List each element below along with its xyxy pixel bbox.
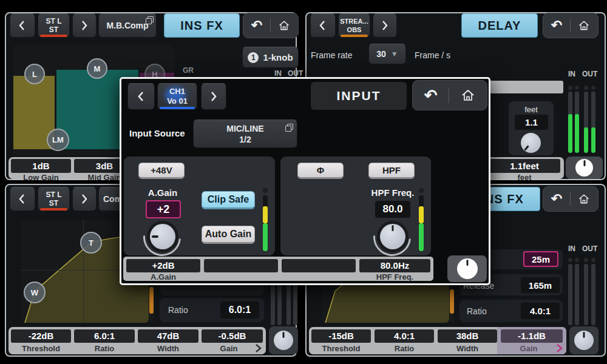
readout-value[interactable]: 4.0:1 xyxy=(375,329,434,343)
readout-value[interactable]: 1dB xyxy=(11,159,71,173)
gr-label: GR xyxy=(183,66,194,75)
rotary-knob-icon xyxy=(575,159,593,177)
readout-label: Gain xyxy=(501,344,557,353)
channel-next-button[interactable] xyxy=(72,13,97,38)
in-meter xyxy=(568,264,572,325)
channel-name2: ST xyxy=(49,199,58,207)
release-value[interactable]: 165m xyxy=(521,277,560,293)
readout-label: Threshold xyxy=(11,344,71,353)
readout-value[interactable]: -22dB xyxy=(11,329,71,343)
readout-value[interactable]: -15dB xyxy=(311,329,371,343)
dialog-title: INPUT xyxy=(311,82,407,110)
peak-dot xyxy=(584,258,588,262)
preset-name-label: M.B.Comp xyxy=(106,21,148,30)
chevron-right-icon[interactable] xyxy=(254,343,262,353)
undo-icon[interactable]: ↶ xyxy=(424,87,438,103)
chevron-down-icon: ▼ xyxy=(391,50,398,58)
knob-face xyxy=(150,224,175,249)
attack-value[interactable]: 25m xyxy=(523,251,558,267)
channel-prev-button[interactable] xyxy=(127,83,155,110)
hpf-button[interactable]: HPF xyxy=(368,163,415,179)
peak-dot xyxy=(591,258,595,262)
undo-icon[interactable]: ↶ xyxy=(251,19,262,32)
phase-button[interactable]: Φ xyxy=(297,163,344,179)
feet-param-box: feet 1.1 xyxy=(509,101,554,155)
input-source-button[interactable]: MIC/LINE 1/2 xyxy=(193,120,297,148)
hpf-freq-value[interactable]: 80.0 xyxy=(375,201,410,218)
channel-name: STREA... xyxy=(340,17,368,25)
readout-value[interactable]: 47dB xyxy=(138,329,198,343)
readout-label: Ratio xyxy=(375,344,434,353)
readout-value[interactable]: +2dB xyxy=(126,259,200,272)
channel-select-button[interactable]: STREA... OBS xyxy=(338,13,370,38)
readout-value[interactable]: -0.5dB xyxy=(202,329,263,343)
peak-dot xyxy=(419,188,424,193)
knob-button-box[interactable] xyxy=(269,326,298,354)
channel-select-button[interactable]: ST L ST xyxy=(38,13,70,38)
tab-ins-fx[interactable]: INS FX xyxy=(164,13,240,38)
knob-button-box[interactable] xyxy=(566,157,603,179)
readout-value[interactable]: 6.0:1 xyxy=(74,329,135,343)
undo-icon[interactable]: ↶ xyxy=(551,192,562,206)
in-label: IN xyxy=(274,69,282,78)
feet-knob[interactable] xyxy=(521,133,541,153)
home-icon[interactable] xyxy=(278,19,290,32)
readout-value[interactable] xyxy=(204,259,278,272)
again-knob[interactable] xyxy=(147,221,178,252)
home-icon[interactable] xyxy=(578,193,590,205)
readout-value[interactable]: 38dB xyxy=(438,329,497,343)
auto-gain-button[interactable]: Auto Gain xyxy=(202,226,255,244)
preset-name-button[interactable]: M.B.Comp xyxy=(98,13,157,38)
undo-icon[interactable]: ↶ xyxy=(551,19,562,32)
channel-select-button[interactable]: CH1 Vo 01 xyxy=(157,83,197,110)
peak-dot xyxy=(263,188,268,193)
chevron-right-icon[interactable] xyxy=(555,343,563,353)
knob-button-box[interactable] xyxy=(447,255,487,282)
rotary-knob-icon xyxy=(574,331,594,350)
ratio-row: Ratio 4.0:1 xyxy=(459,300,563,322)
channel-prev-button[interactable] xyxy=(10,13,35,38)
out-meter xyxy=(591,264,595,325)
out-label: OUT xyxy=(582,70,597,78)
channel-prev-button[interactable] xyxy=(10,187,35,211)
hpf-knob[interactable] xyxy=(377,221,409,252)
ratio-value[interactable]: 6.0:1 xyxy=(220,302,259,318)
knob-button-box[interactable] xyxy=(569,326,599,354)
again-value[interactable]: +2 xyxy=(146,200,181,218)
frame-rate-dropdown[interactable]: 30 ▼ xyxy=(368,44,406,64)
out-label: OUT xyxy=(582,244,597,253)
tab-delay[interactable]: DELAY xyxy=(461,13,538,38)
readout-value[interactable]: 1.1feet xyxy=(489,159,560,173)
readout-label: A.Gain xyxy=(126,272,200,281)
ratio-value[interactable]: 4.0:1 xyxy=(521,303,560,319)
copy-icon xyxy=(285,124,293,132)
marker-mid[interactable]: M xyxy=(87,58,107,79)
readout-strip: -15dB 4.0:1 38dB -1.1dB Threshold Ratio … xyxy=(309,327,566,354)
readout-value[interactable] xyxy=(282,259,356,272)
home-icon[interactable] xyxy=(578,19,590,32)
readout-value[interactable]: 80.0Hz xyxy=(359,259,430,272)
marker-width[interactable]: W xyxy=(24,281,46,303)
channel-next-button[interactable] xyxy=(373,13,397,38)
clip-safe-button[interactable]: Clip Safe xyxy=(202,191,255,209)
marker-threshold[interactable]: T xyxy=(80,232,102,254)
marker-low[interactable]: L xyxy=(24,64,45,84)
level-meter xyxy=(263,195,268,251)
channel-name: CH1 xyxy=(169,87,185,96)
channel-prev-button[interactable] xyxy=(310,13,336,38)
divider xyxy=(570,19,571,32)
phantom-48v-button[interactable]: +48V xyxy=(138,163,185,179)
readout-value-gain[interactable]: -1.1dB xyxy=(501,329,563,343)
feet-value[interactable]: 1.1 xyxy=(515,115,548,130)
one-knob-button[interactable]: 1 1-knob xyxy=(242,47,299,68)
channel-next-button[interactable] xyxy=(72,187,97,211)
channel-next-button[interactable] xyxy=(201,83,226,110)
readout-label: feet xyxy=(489,173,560,182)
marker-low-mid[interactable]: LM xyxy=(47,129,69,151)
copy-icon xyxy=(146,16,154,24)
rotary-knob-icon xyxy=(274,331,293,350)
channel-select-button[interactable]: ST L ST xyxy=(38,187,70,211)
knob-face xyxy=(380,224,405,249)
home-icon[interactable] xyxy=(461,88,475,103)
readout-label: Width xyxy=(138,344,198,353)
